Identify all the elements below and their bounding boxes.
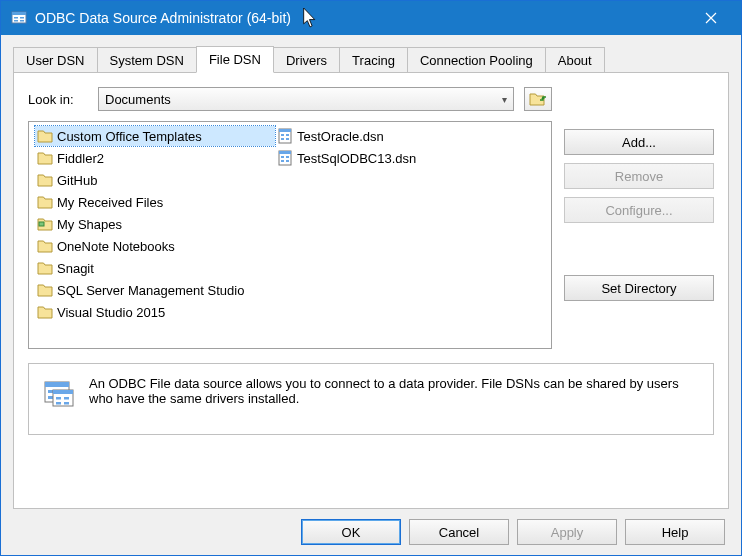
svg-rect-17 — [281, 160, 284, 162]
configure-button[interactable]: Configure... — [564, 197, 714, 223]
item-label: TestSqlODBC13.dsn — [297, 151, 416, 166]
app-icon — [11, 10, 27, 26]
svg-rect-6 — [39, 222, 44, 226]
svg-rect-10 — [286, 134, 289, 136]
close-button[interactable] — [691, 1, 731, 35]
svg-rect-18 — [286, 160, 289, 162]
lookin-label: Look in: — [28, 92, 88, 107]
folder-icon — [37, 151, 53, 165]
chevron-down-icon: ▾ — [502, 94, 507, 105]
svg-rect-15 — [281, 156, 284, 158]
svg-rect-2 — [14, 17, 18, 19]
folder-icon — [37, 217, 53, 231]
remove-button[interactable]: Remove — [564, 163, 714, 189]
dialog-buttons: OK Cancel Apply Help — [13, 509, 729, 547]
svg-rect-26 — [53, 390, 73, 394]
tabstrip: User DSN System DSN File DSN Drivers Tra… — [13, 45, 729, 72]
item-label: My Shapes — [57, 217, 122, 232]
folder-icon — [37, 261, 53, 275]
dsn-file-icon — [277, 150, 293, 166]
folder-icon — [37, 173, 53, 187]
svg-rect-16 — [286, 156, 289, 158]
svg-rect-29 — [56, 402, 61, 405]
tab-user-dsn[interactable]: User DSN — [13, 47, 98, 73]
svg-rect-4 — [20, 17, 24, 19]
odbc-info-icon — [43, 378, 75, 410]
svg-rect-3 — [14, 20, 18, 22]
folder-icon — [37, 129, 53, 143]
svg-rect-27 — [56, 397, 61, 400]
folder-up-button[interactable] — [524, 87, 552, 111]
folder-icon — [37, 239, 53, 253]
info-panel: An ODBC File data source allows you to c… — [28, 363, 714, 435]
svg-rect-8 — [279, 129, 291, 132]
item-label: OneNote Notebooks — [57, 239, 175, 254]
set-directory-button[interactable]: Set Directory — [564, 275, 714, 301]
ok-button[interactable]: OK — [301, 519, 401, 545]
tab-file-dsn[interactable]: File DSN — [196, 46, 274, 73]
item-label: Visual Studio 2015 — [57, 305, 165, 320]
item-label: TestOracle.dsn — [297, 129, 384, 144]
list-item[interactable]: My Shapes — [35, 214, 275, 234]
svg-rect-9 — [281, 134, 284, 136]
svg-rect-20 — [45, 382, 69, 387]
svg-rect-11 — [281, 138, 284, 140]
item-label: GitHub — [57, 173, 97, 188]
svg-rect-1 — [12, 12, 26, 15]
info-text: An ODBC File data source allows you to c… — [89, 376, 699, 406]
lookin-combo[interactable]: Documents ▾ — [98, 87, 514, 111]
item-label: Fiddler2 — [57, 151, 104, 166]
file-dsn-page: Look in: Documents ▾ — [13, 72, 729, 509]
titlebar: ODBC Data Source Administrator (64-bit) — [1, 1, 741, 35]
list-item[interactable]: OneNote Notebooks — [35, 236, 275, 256]
folder-icon — [37, 305, 53, 319]
list-item[interactable]: Snagit — [35, 258, 275, 278]
tab-drivers[interactable]: Drivers — [273, 47, 340, 73]
list-item[interactable]: TestOracle.dsn — [275, 126, 515, 146]
item-label: SQL Server Management Studio — [57, 283, 244, 298]
client-area: User DSN System DSN File DSN Drivers Tra… — [1, 35, 741, 555]
tab-tracing[interactable]: Tracing — [339, 47, 408, 73]
item-label: Custom Office Templates — [57, 129, 202, 144]
apply-button[interactable]: Apply — [517, 519, 617, 545]
svg-rect-5 — [20, 20, 24, 22]
help-button[interactable]: Help — [625, 519, 725, 545]
item-label: My Received Files — [57, 195, 163, 210]
svg-rect-12 — [286, 138, 289, 140]
file-list[interactable]: Custom Office Templates Fiddler2 GitHub — [28, 121, 552, 349]
list-item[interactable]: Fiddler2 — [35, 148, 275, 168]
add-button[interactable]: Add... — [564, 129, 714, 155]
cancel-button[interactable]: Cancel — [409, 519, 509, 545]
folder-icon — [37, 283, 53, 297]
list-item[interactable]: TestSqlODBC13.dsn — [275, 148, 515, 168]
cursor-icon — [303, 8, 317, 28]
folder-icon — [37, 195, 53, 209]
odbc-admin-window: ODBC Data Source Administrator (64-bit) … — [0, 0, 742, 556]
list-item[interactable]: Custom Office Templates — [35, 126, 275, 146]
list-item[interactable]: My Received Files — [35, 192, 275, 212]
tab-system-dsn[interactable]: System DSN — [97, 47, 197, 73]
tab-connection-pooling[interactable]: Connection Pooling — [407, 47, 546, 73]
list-item[interactable]: Visual Studio 2015 — [35, 302, 275, 322]
item-label: Snagit — [57, 261, 94, 276]
dsn-file-icon — [277, 128, 293, 144]
list-item[interactable]: GitHub — [35, 170, 275, 190]
svg-rect-30 — [64, 402, 69, 405]
window-title: ODBC Data Source Administrator (64-bit) — [35, 10, 291, 26]
list-item[interactable]: SQL Server Management Studio — [35, 280, 275, 300]
svg-rect-28 — [64, 397, 69, 400]
tab-about[interactable]: About — [545, 47, 605, 73]
lookin-value: Documents — [105, 92, 171, 107]
svg-rect-14 — [279, 151, 291, 154]
